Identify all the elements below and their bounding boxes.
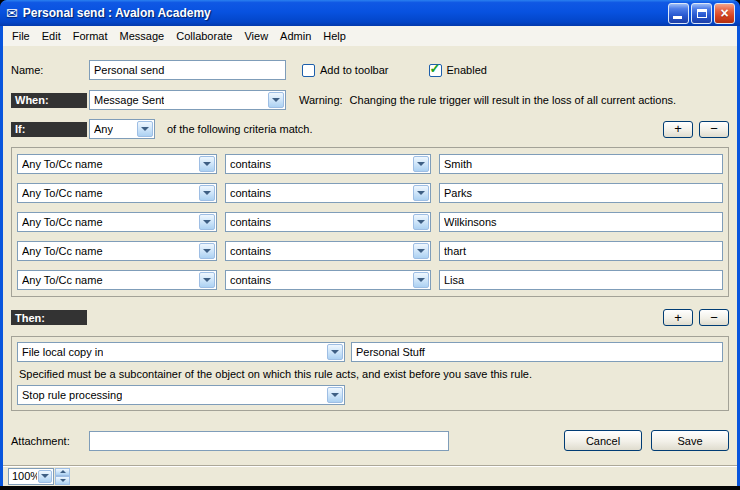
criteria-field-value: Any To/Cc name	[22, 158, 103, 170]
chevron-down-icon	[41, 474, 49, 478]
menu-file[interactable]: File	[6, 28, 36, 44]
criteria-field-dropdown-button[interactable]	[199, 185, 215, 201]
warning-text: Warning:Changing the rule trigger will r…	[299, 94, 676, 106]
criteria-op-dropdown-button[interactable]	[413, 243, 429, 259]
menubar: File Edit Format Message Collaborate Vie…	[3, 26, 737, 46]
titlebar[interactable]: ✉ Personal send : Avalon Academy ×	[0, 0, 740, 26]
dialog-buttons: Cancel Save	[564, 430, 729, 451]
cancel-button[interactable]: Cancel	[564, 430, 642, 451]
menu-help[interactable]: Help	[317, 28, 352, 44]
zoom-select[interactable]: 100%	[8, 468, 54, 485]
criteria-op-select[interactable]: contains	[225, 154, 431, 174]
when-label: When:	[11, 93, 87, 108]
action-note: Specified must be a subcontainer of the …	[19, 368, 723, 380]
criteria-row: Any To/Cc name contains	[17, 154, 723, 174]
chevron-down-icon	[203, 278, 211, 282]
action-buttons-add-remove: + −	[657, 309, 729, 326]
criteria-field-dropdown-button[interactable]	[199, 214, 215, 230]
criteria-op-select[interactable]: contains	[225, 270, 431, 290]
criteria-field-value: Any To/Cc name	[22, 274, 103, 286]
criteria-field-select[interactable]: Any To/Cc name	[17, 241, 217, 261]
menu-collaborate[interactable]: Collaborate	[170, 28, 238, 44]
criteria-field-select[interactable]: Any To/Cc name	[17, 183, 217, 203]
attachment-input[interactable]	[89, 431, 449, 451]
enabled-checkbox[interactable]: ✓	[429, 64, 442, 77]
desktop-background	[0, 486, 740, 490]
chevron-down-icon	[417, 191, 425, 195]
remove-criteria-button[interactable]: −	[699, 121, 729, 138]
action-target-input[interactable]	[351, 342, 723, 362]
action2-select-value: Stop rule processing	[22, 389, 122, 401]
menu-admin[interactable]: Admin	[274, 28, 317, 44]
action-dropdown-button[interactable]	[327, 344, 343, 360]
criteria-op-dropdown-button[interactable]	[413, 185, 429, 201]
warning-label: Warning:	[299, 94, 343, 106]
criteria-op-select[interactable]: contains	[225, 212, 431, 232]
if-match-value: Any	[94, 123, 113, 135]
criteria-value-input[interactable]	[439, 270, 723, 290]
menu-edit[interactable]: Edit	[36, 28, 67, 44]
add-to-toolbar-label: Add to toolbar	[320, 64, 389, 76]
menu-message[interactable]: Message	[114, 28, 171, 44]
action-select[interactable]: File local copy in	[17, 342, 345, 362]
criteria-value-input[interactable]	[439, 212, 723, 232]
chevron-down-icon	[331, 350, 339, 354]
window-icon: ✉	[6, 6, 18, 20]
chevron-down-icon	[203, 162, 211, 166]
menu-view[interactable]: View	[238, 28, 274, 44]
criteria-field-dropdown-button[interactable]	[199, 243, 215, 259]
criteria-op-dropdown-button[interactable]	[413, 214, 429, 230]
if-label: If:	[11, 122, 87, 137]
criteria-op-select[interactable]: contains	[225, 183, 431, 203]
add-action-button[interactable]: +	[663, 309, 693, 326]
close-button[interactable]: ×	[714, 3, 735, 24]
criteria-op-value: contains	[230, 274, 271, 286]
check-icon: ✓	[430, 62, 441, 75]
action2-select[interactable]: Stop rule processing	[17, 385, 345, 405]
enabled-label: Enabled	[447, 64, 487, 76]
criteria-field-value: Any To/Cc name	[22, 245, 103, 257]
criteria-op-select[interactable]: contains	[225, 241, 431, 261]
spinner-up-button[interactable]	[55, 468, 70, 477]
criteria-buttons: + −	[657, 121, 729, 138]
save-button[interactable]: Save	[651, 430, 729, 451]
when-dropdown-button[interactable]	[268, 92, 284, 108]
criteria-field-dropdown-button[interactable]	[199, 272, 215, 288]
add-to-toolbar-checkbox[interactable]	[302, 64, 315, 77]
criteria-field-select[interactable]: Any To/Cc name	[17, 154, 217, 174]
then-label: Then:	[11, 310, 87, 325]
title-buttons: ×	[668, 3, 735, 24]
criteria-row: Any To/Cc name contains	[17, 183, 723, 203]
action-group: File local copy in Specified must be a s…	[11, 336, 729, 411]
chevron-down-icon	[203, 191, 211, 195]
maximize-button[interactable]	[691, 3, 712, 24]
remove-action-button[interactable]: −	[699, 309, 729, 326]
criteria-op-dropdown-button[interactable]	[413, 156, 429, 172]
action2-dropdown-button[interactable]	[327, 387, 343, 403]
criteria-value-input[interactable]	[439, 241, 723, 261]
chevron-down-icon	[272, 98, 280, 102]
window-body: File Edit Format Message Collaborate Vie…	[3, 26, 737, 486]
criteria-op-dropdown-button[interactable]	[413, 272, 429, 288]
zoom-spinner	[55, 468, 70, 485]
chevron-down-icon	[417, 162, 425, 166]
name-input[interactable]	[89, 60, 286, 80]
criteria-field-dropdown-button[interactable]	[199, 156, 215, 172]
when-select[interactable]: Message Sent	[89, 90, 286, 110]
spinner-down-button[interactable]	[55, 476, 70, 485]
criteria-field-select[interactable]: Any To/Cc name	[17, 270, 217, 290]
minimize-button[interactable]	[668, 3, 689, 24]
criteria-field-select[interactable]: Any To/Cc name	[17, 212, 217, 232]
criteria-row: Any To/Cc name contains	[17, 270, 723, 290]
if-match-select[interactable]: Any	[89, 119, 155, 139]
criteria-value-input[interactable]	[439, 154, 723, 174]
menu-format[interactable]: Format	[67, 28, 114, 44]
criteria-field-value: Any To/Cc name	[22, 187, 103, 199]
chevron-down-icon	[203, 249, 211, 253]
zoom-dropdown-button[interactable]	[38, 470, 52, 483]
add-criteria-button[interactable]: +	[663, 121, 693, 138]
chevron-down-icon	[141, 127, 149, 131]
window: ✉ Personal send : Avalon Academy × File …	[0, 0, 740, 490]
criteria-value-input[interactable]	[439, 183, 723, 203]
if-match-dropdown-button[interactable]	[137, 121, 153, 137]
